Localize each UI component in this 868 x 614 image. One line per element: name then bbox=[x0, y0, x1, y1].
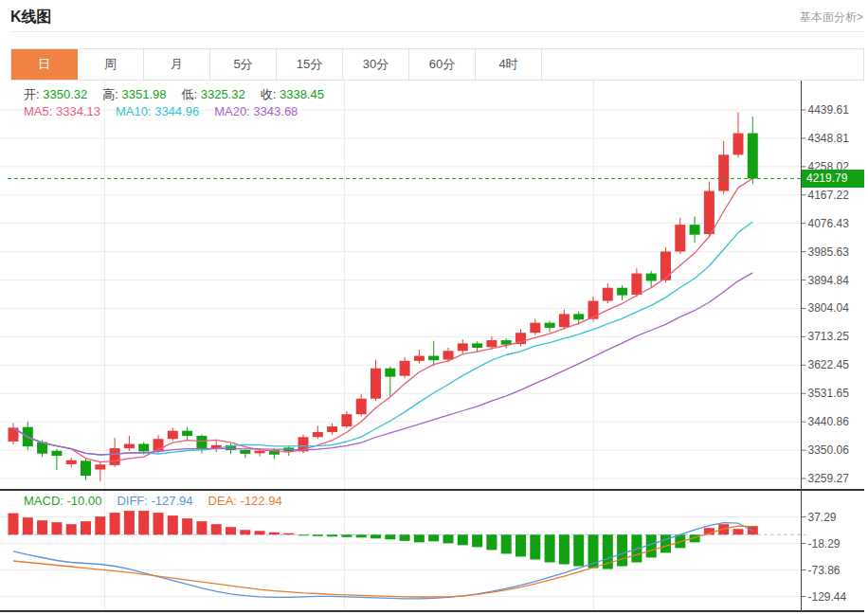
macd-histogram-bar bbox=[371, 534, 381, 538]
legend-item: DEA: -122.94 bbox=[208, 494, 282, 508]
macd-histogram-bar bbox=[545, 534, 555, 562]
macd-histogram-bar bbox=[196, 521, 207, 534]
macd-histogram-bar bbox=[327, 534, 337, 536]
macd-histogram-bar bbox=[95, 516, 105, 534]
candle-body bbox=[240, 450, 250, 454]
tab-interval-1[interactable]: 周 bbox=[78, 49, 144, 80]
y-axis-label: 3259.27 bbox=[808, 472, 850, 485]
macd-histogram-bar bbox=[240, 530, 250, 534]
macd-histogram-bar bbox=[501, 534, 512, 553]
y-axis-label: 3531.65 bbox=[808, 387, 850, 400]
ma-legend: MA5: 3334.13MA10: 3344.96MA20: 3343.68 bbox=[24, 104, 313, 118]
macd-histogram-bar bbox=[168, 515, 178, 534]
macd-axis-label: -73.86 bbox=[808, 564, 841, 577]
macd-histogram-bar bbox=[646, 534, 657, 557]
kline-app: 4439.614348.814258.024167.224076.433985.… bbox=[0, 0, 868, 614]
macd-histogram-bar bbox=[486, 534, 497, 550]
fundamental-analysis-link[interactable]: 基本面分析> bbox=[800, 9, 863, 26]
tab-interval-0[interactable]: 日 bbox=[11, 49, 78, 80]
candle-body bbox=[617, 288, 627, 296]
candle-body bbox=[631, 274, 642, 295]
macd-histogram-bar bbox=[617, 534, 627, 566]
macd-legend: MACD: -10.00DIFF: -127.94DEA: -122.94 bbox=[24, 494, 298, 508]
macd-histogram-bar bbox=[9, 514, 19, 535]
candle-body bbox=[371, 369, 381, 399]
macd-histogram-bar bbox=[255, 531, 265, 534]
y-axis-label: 4439.61 bbox=[808, 103, 850, 117]
macd-histogram-bar bbox=[573, 534, 584, 566]
candle-body bbox=[472, 343, 482, 348]
candle-body bbox=[660, 251, 671, 280]
macd-histogram-bar bbox=[443, 534, 454, 543]
page-title: K线图 bbox=[10, 8, 52, 27]
candle-body bbox=[748, 134, 758, 179]
candle-body bbox=[51, 451, 62, 456]
legend-item: MA5: 3334.13 bbox=[24, 104, 100, 118]
y-axis-label: 4076.43 bbox=[808, 217, 850, 230]
legend-item: 高: 3351.98 bbox=[102, 87, 166, 101]
macd-histogram-bar bbox=[182, 518, 192, 534]
candle-body bbox=[400, 361, 410, 376]
candle-body bbox=[66, 460, 77, 464]
candle-body bbox=[356, 399, 367, 414]
candle-body bbox=[414, 356, 425, 361]
candle-body bbox=[733, 134, 744, 155]
macd-histogram-bar bbox=[269, 533, 280, 535]
candle-body bbox=[588, 301, 599, 319]
interval-tab-bar: 日周月5分15分30分60分4时 bbox=[10, 48, 864, 81]
candle-body bbox=[486, 340, 497, 347]
macd-histogram-bar bbox=[124, 511, 135, 534]
tab-interval-3[interactable]: 5分 bbox=[210, 49, 277, 80]
macd-histogram-bar bbox=[283, 533, 294, 535]
macd-histogram-bar bbox=[81, 521, 91, 534]
macd-histogram-bar bbox=[458, 534, 468, 545]
candle-body bbox=[530, 323, 540, 334]
candle-body bbox=[690, 225, 700, 235]
ma5-line bbox=[13, 178, 752, 461]
ma20-line bbox=[13, 273, 752, 455]
y-axis-label: 3350.06 bbox=[808, 443, 850, 457]
y-axis-label: 3804.04 bbox=[808, 301, 850, 315]
legend-item: MA10: 3344.96 bbox=[116, 104, 199, 118]
candle-body bbox=[545, 323, 555, 328]
macd-histogram-bar bbox=[37, 520, 47, 534]
macd-histogram-bar bbox=[733, 529, 744, 534]
macd-histogram-bar bbox=[226, 527, 236, 534]
macd-axis-label: -129.44 bbox=[808, 590, 847, 604]
candle-body bbox=[327, 426, 337, 432]
legend-item: MA20: 3343.68 bbox=[214, 104, 298, 118]
y-axis-label: 3440.86 bbox=[808, 415, 850, 428]
candle-body bbox=[124, 444, 135, 449]
candle-body bbox=[168, 431, 178, 440]
tab-interval-5[interactable]: 30分 bbox=[343, 49, 409, 80]
macd-histogram-bar bbox=[472, 534, 482, 547]
y-axis-label: 4348.81 bbox=[808, 132, 850, 145]
macd-histogram-bar bbox=[515, 534, 526, 556]
macd-histogram-bar bbox=[313, 534, 323, 536]
tab-interval-4[interactable]: 15分 bbox=[277, 49, 343, 80]
legend-item: MACD: -10.00 bbox=[24, 494, 101, 508]
candle-body bbox=[110, 448, 120, 465]
macd-histogram-bar bbox=[385, 534, 395, 539]
tab-interval-7[interactable]: 4时 bbox=[476, 49, 542, 80]
ohlc-legend: 开: 3350.32高: 3351.98低: 3325.32收: 3338.45 bbox=[24, 86, 339, 103]
macd-histogram-bar bbox=[428, 534, 439, 541]
macd-histogram-bar bbox=[341, 534, 352, 537]
candle-body bbox=[95, 464, 105, 469]
candle-body bbox=[573, 314, 584, 319]
candle-body bbox=[603, 288, 613, 301]
macd-histogram-bar bbox=[298, 534, 309, 535]
macd-histogram-bar bbox=[559, 534, 570, 564]
current-price-badge: 4219.79 bbox=[802, 170, 864, 188]
candle-body bbox=[704, 191, 714, 234]
legend-item: 低: 3325.32 bbox=[181, 87, 244, 101]
candle-body bbox=[718, 154, 729, 190]
tab-interval-2[interactable]: 月 bbox=[144, 49, 210, 80]
candle-body bbox=[182, 431, 192, 436]
y-axis-label: 3985.63 bbox=[808, 245, 850, 259]
y-axis-label: 3713.25 bbox=[808, 330, 850, 343]
tab-interval-6[interactable]: 60分 bbox=[409, 49, 476, 80]
legend-item: DIFF: -127.94 bbox=[117, 494, 192, 508]
macd-histogram-bar bbox=[211, 524, 222, 534]
candle-body bbox=[255, 451, 265, 454]
